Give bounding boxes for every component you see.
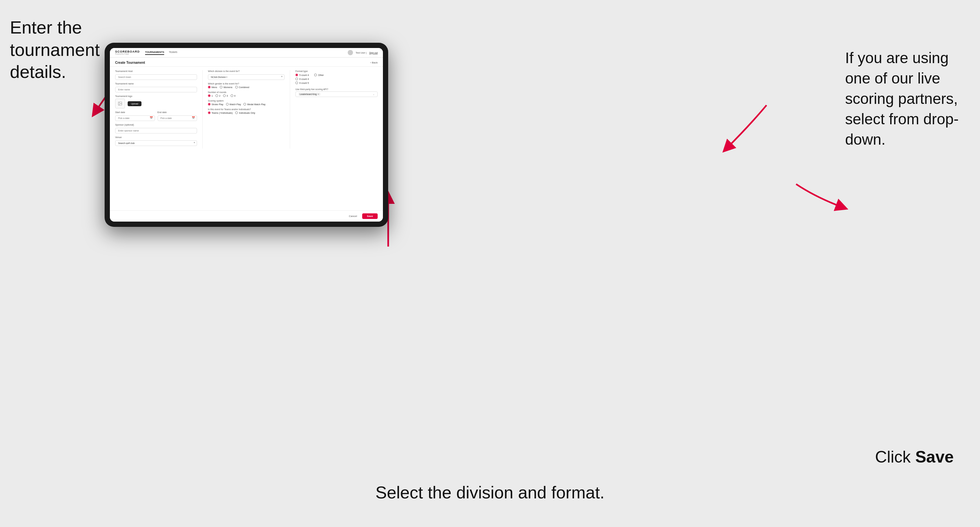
format-row-3: 6 count 5 <box>296 81 378 84</box>
event-type-individuals[interactable]: Individuals Only <box>235 111 255 114</box>
form-col-2: Which division is the event for? NCAA Di… <box>203 70 290 149</box>
rounds-4[interactable]: 4 <box>231 94 235 97</box>
start-date-icon: 📅 <box>150 116 153 119</box>
rounds-label: Number of rounds <box>208 91 285 94</box>
annotation-top-left: Enter the tournament details. <box>10 16 102 83</box>
save-button[interactable]: Save <box>362 213 378 219</box>
dates-group: Start date 📅 End date 📅 <box>115 111 197 121</box>
rounds-radio-group: 1 2 3 4 <box>208 94 285 97</box>
format-row-2: 6 count 4 <box>296 78 378 80</box>
rounds-group: Number of rounds 1 2 <box>208 91 285 97</box>
gender-mens[interactable]: Mens <box>208 86 217 89</box>
scoring-group: Scoring system Stroke Play Match Play <box>208 100 285 106</box>
start-date-wrapper: 📅 <box>115 114 155 121</box>
division-select[interactable]: NCAA Division I <box>208 74 285 80</box>
logo-placeholder <box>115 98 125 108</box>
sign-out-link[interactable]: Sign out <box>369 52 378 54</box>
format-5count4[interactable]: 5 count 4 <box>296 74 309 76</box>
nav-tournaments[interactable]: TOURNAMENTS <box>145 51 164 55</box>
end-date-icon: 📅 <box>192 116 195 119</box>
end-date-input[interactable] <box>158 115 197 121</box>
division-label: Which division is the event for? <box>208 70 285 72</box>
event-type-label: Is this event for Teams and/or Individua… <box>208 108 285 111</box>
tournament-name-input[interactable] <box>115 87 197 92</box>
sponsor-group: Sponsor (optional) <box>115 124 197 133</box>
navbar-right: Test User | Sign out <box>348 50 378 55</box>
start-date-group: Start date 📅 <box>115 111 155 121</box>
format-6count5[interactable]: 6 count 5 <box>296 81 309 84</box>
scoring-match[interactable]: Match Play <box>226 103 241 106</box>
format-type-options: 5 count 4 Other 6 count 4 <box>296 74 378 84</box>
scoring-stroke[interactable]: Stroke Play <box>208 103 223 106</box>
back-link[interactable]: ‹ Back <box>370 61 378 64</box>
form-col-1: Tournament Host Tournament name Tourname… <box>115 70 203 149</box>
scoring-radio-group: Stroke Play Match Play Medal Match Play <box>208 103 285 106</box>
gender-combined[interactable]: Combined <box>235 86 249 89</box>
tournament-logo-group: Tournament logo Upload <box>115 95 197 108</box>
tournament-host-input[interactable] <box>115 74 197 80</box>
brand-powered: Powered by Clippit <box>115 53 140 55</box>
sponsor-input[interactable] <box>115 128 197 133</box>
division-select-wrapper: NCAA Division I <box>208 73 285 80</box>
user-label: Test User | <box>356 52 366 54</box>
main-content: Create Tournament ‹ Back Tournament Host… <box>110 57 383 210</box>
format-type-group: Format type 5 count 4 Other <box>296 70 378 84</box>
logo-area: Upload <box>115 98 197 108</box>
live-scoring-input[interactable]: Leaderboard King × ⌄ <box>296 91 378 97</box>
tournament-host-group: Tournament Host <box>115 70 197 80</box>
upload-button[interactable]: Upload <box>128 101 142 106</box>
rounds-2[interactable]: 2 <box>215 94 220 97</box>
gender-radio-group: Mens Womens Combined <box>208 86 285 89</box>
event-type-group: Is this event for Teams and/or Individua… <box>208 108 285 114</box>
tournament-host-label: Tournament Host <box>115 70 197 72</box>
venue-label: Venue <box>115 136 197 138</box>
scoring-label: Scoring system <box>208 100 285 102</box>
tablet-screen: SCOREBOARD Powered by Clippit TOURNAMENT… <box>110 48 383 222</box>
navbar: SCOREBOARD Powered by Clippit TOURNAMENT… <box>110 48 383 57</box>
annotation-bottom-right: Click Save <box>875 446 954 468</box>
tournament-name-label: Tournament name <box>115 83 197 85</box>
rounds-3[interactable]: 3 <box>223 94 228 97</box>
end-date-group: End date 📅 <box>158 111 197 121</box>
annotation-bottom-center: Select the division and format. <box>375 482 605 504</box>
tablet: SCOREBOARD Powered by Clippit TOURNAMENT… <box>105 43 388 227</box>
date-row: Start date 📅 End date 📅 <box>115 111 197 121</box>
gender-group: Which gender is the event for? Mens Wome… <box>208 83 285 89</box>
format-row-1: 5 count 4 Other <box>296 74 378 76</box>
nav-links: TOURNAMENTS TEAMS <box>145 51 342 55</box>
form-col-3: Format type 5 count 4 Other <box>290 70 378 149</box>
tournament-name-group: Tournament name <box>115 83 197 92</box>
live-scoring-tag: Leaderboard King × <box>298 93 320 96</box>
scoring-medal-match[interactable]: Medal Match Play <box>243 103 266 106</box>
start-date-input[interactable] <box>115 115 155 121</box>
svg-point-2 <box>119 103 120 103</box>
division-group: Which division is the event for? NCAA Di… <box>208 70 285 80</box>
format-type-label: Format type <box>296 70 378 72</box>
format-6count4[interactable]: 6 count 4 <box>296 78 309 80</box>
venue-group: Venue Search golf club <box>115 136 197 146</box>
event-type-radio-group: Teams (+Individuals) Individuals Only <box>208 111 285 114</box>
sponsor-label: Sponsor (optional) <box>115 124 197 126</box>
tournament-logo-label: Tournament logo <box>115 95 197 97</box>
live-scoring-label: Use third-party live scoring API? <box>296 88 378 90</box>
event-type-teams[interactable]: Teams (+Individuals) <box>208 111 232 114</box>
form-layout: Tournament Host Tournament name Tourname… <box>110 67 383 152</box>
gender-womens[interactable]: Womens <box>220 86 232 89</box>
end-date-wrapper: 📅 <box>158 114 197 121</box>
cancel-button[interactable]: Cancel <box>346 213 360 219</box>
form-footer: Cancel Save <box>110 210 383 222</box>
venue-select-wrapper: Search golf club <box>115 140 197 146</box>
venue-select[interactable]: Search golf club <box>115 140 197 146</box>
gender-label: Which gender is the event for? <box>208 83 285 85</box>
live-scoring-caret: ⌄ <box>373 93 375 96</box>
tag-close-button[interactable]: × <box>318 93 319 95</box>
end-date-label: End date <box>158 111 197 113</box>
nav-teams[interactable]: TEAMS <box>169 51 177 55</box>
page-title: Create Tournament <box>115 61 145 64</box>
rounds-1[interactable]: 1 <box>208 94 213 97</box>
live-scoring-group: Use third-party live scoring API? Leader… <box>296 88 378 97</box>
annotation-top-right: If you are using one of our live scoring… <box>845 48 967 149</box>
navbar-brand: SCOREBOARD Powered by Clippit <box>115 50 140 55</box>
format-other[interactable]: Other <box>314 74 324 76</box>
page-header: Create Tournament ‹ Back <box>110 57 383 67</box>
